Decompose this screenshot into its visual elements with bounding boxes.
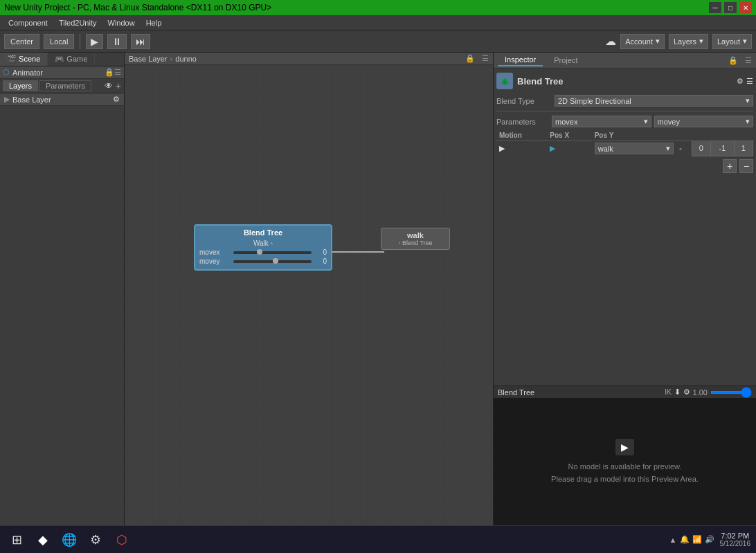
inspector-more-icon[interactable]: ☰ <box>745 56 752 65</box>
taskbar-item-start[interactable]: ⊞ <box>6 529 28 551</box>
taskbar-item-unity[interactable]: ◆ <box>32 529 54 551</box>
motion-icon: ▶ <box>550 144 555 152</box>
preview-controls: IK ⬇ ⚙ 1.00 <box>665 388 752 397</box>
animator-more-icon[interactable]: ☰ <box>482 54 489 63</box>
col-extra1 <box>676 130 692 141</box>
maximize-button[interactable]: □ <box>724 2 737 13</box>
close-button[interactable]: ✕ <box>739 2 752 13</box>
taskbar-arrow-icon[interactable]: ▲ <box>669 536 677 544</box>
no-model-text: No model is available for preview. Pleas… <box>551 461 699 485</box>
ik-label: IK <box>665 388 671 396</box>
animator-canvas[interactable]: Blend Tree Walk ◦ movex 0 movey 0 <box>125 65 493 528</box>
taskbar-item-browser[interactable]: 🌐 <box>58 529 80 551</box>
taskbar-item-app[interactable]: ⬡ <box>111 529 133 551</box>
date-display: 5/12/2016 <box>720 540 751 547</box>
inspector-body: 🌲 Blend Tree ⚙ ☰ Blend Type 2D Simple Di… <box>494 69 756 386</box>
subtab-layers[interactable]: Layers <box>3 80 38 91</box>
chevron-down-icon2: ▾ <box>644 117 648 126</box>
expand-icon[interactable]: ▶ <box>499 144 505 152</box>
taskbar-notification-icon[interactable]: 🔔 <box>680 535 690 544</box>
walk-node[interactable]: walk ◦ Blend Tree <box>381 228 450 250</box>
add-remove-bar: + − <box>496 159 753 173</box>
title-bar: New Unity Project - PC, Mac & Linux Stan… <box>0 0 756 15</box>
subtab-parameters[interactable]: Parameters <box>39 80 91 91</box>
motion-row-0: ▶ ▶ walk ▾ ◦ 0 <box>496 141 753 156</box>
taskbar-network-icon[interactable]: 📶 <box>692 535 702 544</box>
play-button[interactable]: ▶ <box>86 34 103 49</box>
taskbar-time: 7:02 PM 5/12/2016 <box>720 532 751 547</box>
preview-play-button[interactable]: ▶ <box>615 439 634 455</box>
blend-tree-node[interactable]: Blend Tree Walk ◦ movex 0 movey 0 <box>194 224 332 271</box>
tab-scene[interactable]: 🎬 Scene <box>0 53 48 66</box>
account-dropdown[interactable]: Account ▾ <box>620 34 665 49</box>
left-panel: 🎬 Scene 🎮 Game ⬡ Animator 🔒 ☰ Layers Par… <box>0 53 125 538</box>
taskbar-item-gear[interactable]: ⚙ <box>84 529 107 551</box>
menu-item-component[interactable]: Component <box>3 17 53 28</box>
breadcrumb-base-layer[interactable]: Base Layer <box>129 55 168 63</box>
browser-icon: 🌐 <box>62 532 77 547</box>
blend-type-label: Blend Type <box>496 97 552 105</box>
animator-lock-icon[interactable]: 🔒 <box>465 54 475 63</box>
movex-slider[interactable] <box>233 251 312 254</box>
blend-tree-node-title: Blend Tree <box>199 228 327 237</box>
step-button[interactable]: ⏭ <box>131 34 150 49</box>
preview-title: Blend Tree <box>498 388 660 397</box>
movex-label: movex <box>199 248 231 256</box>
cloud-icon[interactable]: ☁ <box>605 35 616 48</box>
triangle-icon: ▶ <box>4 95 10 104</box>
title-text: New Unity Project - PC, Mac & Linux Stan… <box>4 3 271 12</box>
movey-slider[interactable] <box>233 260 312 263</box>
movey-thumb <box>273 258 278 264</box>
add-layer-button[interactable]: + <box>116 80 121 91</box>
more-icon[interactable]: ☰ <box>114 68 121 77</box>
menu-item-window[interactable]: Window <box>102 17 141 28</box>
lock-icon: 🔒 <box>105 68 114 77</box>
preview-icon2[interactable]: ⚙ <box>683 388 690 397</box>
inspector-preview: Blend Tree IK ⬇ ⚙ 1.00 ▶ No model is ava… <box>494 386 756 538</box>
layers-dropdown[interactable]: Layers ▾ <box>669 34 708 49</box>
pause-button[interactable]: ⏸ <box>107 34 127 49</box>
motion-cell-name[interactable]: walk ▾ <box>592 141 676 156</box>
walk-input-label: Walk ◦ <box>199 239 327 247</box>
motion-cell-posy[interactable]: -1 <box>710 141 734 156</box>
param-row-movey: movey 0 <box>199 257 327 265</box>
inspector-lock-icon[interactable]: 🔒 <box>728 56 738 65</box>
motion-cell-val[interactable]: 1 <box>734 141 753 156</box>
app-icon: ⬡ <box>116 532 127 547</box>
col-motion: Motion <box>496 130 547 141</box>
param2-dropdown[interactable]: movey ▾ <box>654 116 754 127</box>
layer-item-base[interactable]: ▶ Base Layer ⚙ <box>0 93 124 106</box>
minimize-button[interactable]: ─ <box>709 2 721 13</box>
animator-tab-label[interactable]: Animator <box>12 69 43 77</box>
menu-item-help[interactable]: Help <box>141 17 168 28</box>
taskbar-sound-icon[interactable]: 🔊 <box>705 535 714 544</box>
col-extra2 <box>692 130 710 141</box>
time-slider[interactable] <box>710 391 752 394</box>
layout-dropdown[interactable]: Layout ▾ <box>712 34 752 49</box>
breadcrumb-dunno[interactable]: dunno <box>175 55 197 63</box>
main-layout: 🎬 Scene 🎮 Game ⬡ Animator 🔒 ☰ Layers Par… <box>0 53 756 538</box>
motion-cell-posx[interactable]: 0 <box>692 141 710 156</box>
local-button[interactable]: Local <box>44 34 74 49</box>
layer-settings-icon[interactable]: ⚙ <box>113 95 120 104</box>
add-motion-button[interactable]: + <box>723 159 737 173</box>
title-bar-controls: ─ □ ✕ <box>709 2 752 13</box>
tab-inspector[interactable]: Inspector <box>498 54 543 66</box>
param-row-movex: movex 0 <box>199 248 327 256</box>
tab-project[interactable]: Project <box>547 55 584 66</box>
inspector-more2-icon[interactable]: ☰ <box>746 77 753 86</box>
tab-game[interactable]: 🎮 Game <box>48 53 95 66</box>
param1-dropdown[interactable]: movex ▾ <box>552 116 651 127</box>
scene-game-tabbar: 🎬 Scene 🎮 Game <box>0 53 124 66</box>
remove-motion-button[interactable]: − <box>739 159 753 173</box>
chevron-down-icon: ▾ <box>746 96 750 105</box>
center-button[interactable]: Center <box>4 34 39 49</box>
params-section-label: Parameters <box>496 118 552 126</box>
menu-item-tiled2unity[interactable]: Tiled2Unity <box>53 17 102 28</box>
blend-type-dropdown[interactable]: 2D Simple Directional ▾ <box>555 95 753 107</box>
chevron-down-icon3: ▾ <box>746 117 750 126</box>
eye-icon[interactable]: 👁 <box>105 81 113 91</box>
inspector-settings-icon[interactable]: ⚙ <box>737 77 744 86</box>
preview-icon1[interactable]: ⬇ <box>674 388 681 397</box>
taskbar: ⊞ ◆ 🌐 ⚙ ⬡ ▲ 🔔 📶 🔊 7:02 PM 5/12/2016 <box>0 525 756 553</box>
